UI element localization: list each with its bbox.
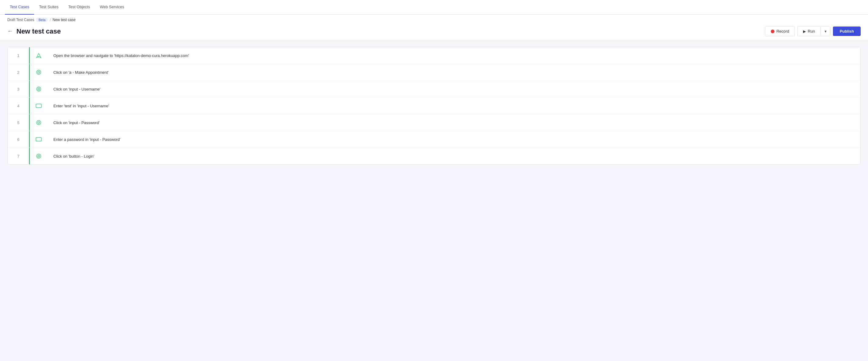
svg-point-2 xyxy=(37,70,41,74)
step-number: 3 xyxy=(8,87,29,91)
page-title-area: ← New test case xyxy=(7,27,61,35)
step-number: 4 xyxy=(8,104,29,108)
run-button[interactable]: ▶ Run xyxy=(797,26,820,36)
input-icon xyxy=(34,101,43,110)
click-icon xyxy=(34,152,43,160)
svg-point-5 xyxy=(38,88,40,90)
svg-point-10 xyxy=(37,154,41,158)
page-header: ← New test case Record ▶ Run ▼ Publish xyxy=(7,24,861,40)
table-row[interactable]: 4Enter 'test' in 'input - Username' xyxy=(8,97,860,114)
svg-rect-9 xyxy=(36,138,41,141)
nav-tabs: Test Cases Test Suites Test Objects Web … xyxy=(0,0,868,14)
tab-test-objects[interactable]: Test Objects xyxy=(63,0,95,14)
click-icon xyxy=(34,85,43,93)
tab-web-services[interactable]: Web Services xyxy=(95,0,129,14)
svg-point-3 xyxy=(38,71,40,73)
table-row[interactable]: 6Enter a password in 'input - Password' xyxy=(8,131,860,148)
run-dropdown-button[interactable]: ▼ xyxy=(820,26,831,36)
play-icon: ▶ xyxy=(803,29,806,34)
table-row[interactable]: 7Click on 'button - Login' xyxy=(8,148,860,164)
step-number: 7 xyxy=(8,154,29,158)
step-text: Enter a password in 'input - Password' xyxy=(47,137,860,142)
back-button[interactable]: ← xyxy=(7,28,13,34)
svg-point-11 xyxy=(38,155,40,157)
step-text: Click on 'input - Password' xyxy=(47,120,860,125)
svg-point-4 xyxy=(37,87,41,91)
table-row[interactable]: 5Click on 'input - Password' xyxy=(8,114,860,131)
step-number: 1 xyxy=(8,53,29,58)
publish-button[interactable]: Publish xyxy=(833,27,861,36)
tab-test-suites[interactable]: Test Suites xyxy=(34,0,63,14)
breadcrumb-separator: / xyxy=(50,18,51,22)
breadcrumb-parent[interactable]: Draft Test Cases xyxy=(7,18,34,22)
header-area: Draft Test Cases Beta / New test case ← … xyxy=(0,14,868,41)
chevron-down-icon: ▼ xyxy=(824,30,827,33)
breadcrumb-current: New test case xyxy=(53,18,75,22)
step-text: Click on 'a - Make Appointment' xyxy=(47,70,860,75)
test-case-table: 1Open the browser and navigate to 'https… xyxy=(7,47,861,164)
navigate-icon xyxy=(34,51,43,60)
step-text: Open the browser and navigate to 'https:… xyxy=(47,53,860,58)
svg-point-8 xyxy=(38,122,40,123)
run-button-group: ▶ Run ▼ xyxy=(797,26,831,36)
record-button[interactable]: Record xyxy=(765,26,795,36)
run-label: Run xyxy=(808,29,815,34)
tab-test-cases[interactable]: Test Cases xyxy=(5,0,34,14)
svg-point-7 xyxy=(37,120,41,125)
table-row[interactable]: 1Open the browser and navigate to 'https… xyxy=(8,47,860,64)
click-icon xyxy=(34,118,43,127)
step-number: 5 xyxy=(8,120,29,125)
step-text: Click on 'input - Username' xyxy=(47,87,860,91)
step-text: Enter 'test' in 'input - Username' xyxy=(47,104,860,108)
breadcrumb: Draft Test Cases Beta / New test case xyxy=(7,14,861,24)
table-row[interactable]: 2Click on 'a - Make Appointment' xyxy=(8,64,860,81)
click-icon xyxy=(34,68,43,77)
table-row[interactable]: 3Click on 'input - Username' xyxy=(8,81,860,97)
step-number: 6 xyxy=(8,137,29,142)
record-dot-icon xyxy=(771,30,774,33)
input-icon xyxy=(34,135,43,144)
main-content: 1Open the browser and navigate to 'https… xyxy=(0,41,868,171)
svg-rect-6 xyxy=(36,104,41,108)
breadcrumb-badge: Beta xyxy=(36,18,48,22)
record-label: Record xyxy=(776,29,789,34)
step-number: 2 xyxy=(8,70,29,75)
step-text: Click on 'button - Login' xyxy=(47,154,860,158)
header-actions: Record ▶ Run ▼ Publish xyxy=(765,26,861,36)
page-title: New test case xyxy=(17,27,61,35)
